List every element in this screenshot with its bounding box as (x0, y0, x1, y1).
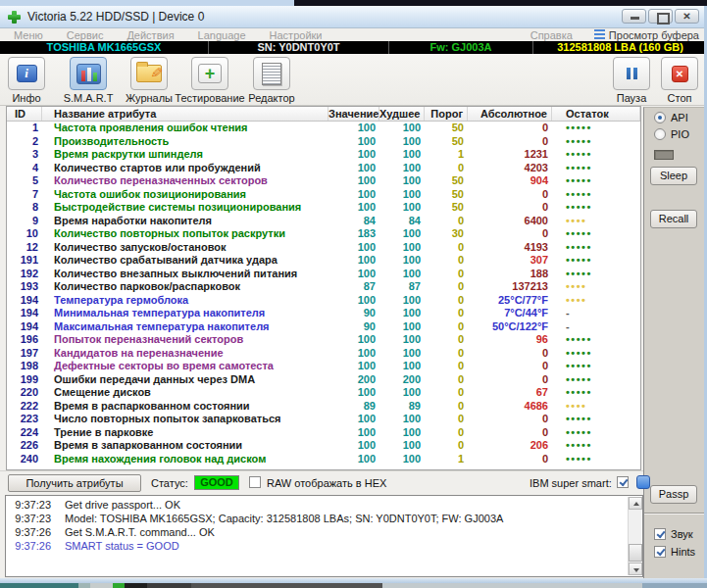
table-row[interactable]: 220Смещение дисков100100067••••• (7, 386, 640, 400)
table-row[interactable]: 12Количество запусков/остановок100100041… (7, 241, 640, 255)
table-row[interactable]: 3Время раскрутки шпинделя10010011231••••… (7, 148, 640, 162)
smart-tab-button[interactable]: S.M.A.R.T (61, 57, 116, 104)
table-row[interactable]: 226Время в запаркованном состоянии100100… (7, 439, 640, 453)
header-threshold[interactable]: Порог (425, 107, 468, 121)
log-panel: 9:37:23Get drive passport... OK9:37:23Mo… (5, 495, 643, 577)
table-row[interactable]: 192Количество внезапных выключений питан… (7, 268, 640, 281)
blue-square-button[interactable] (636, 475, 650, 489)
table-row[interactable]: 240Время нахождения головок над диском10… (7, 453, 640, 466)
table-cell: ••••• (552, 148, 640, 162)
header-value[interactable]: Значение (328, 107, 379, 121)
sound-checkbox[interactable] (654, 528, 666, 540)
log-scrollbar[interactable] (628, 497, 641, 575)
maximize-button[interactable] (648, 9, 673, 24)
table-cell: 1 (425, 148, 468, 162)
table-row[interactable]: 5Количество переназначенных секторов1001… (7, 174, 640, 188)
table-row[interactable]: 223Число повторных попыток запарковаться… (7, 413, 640, 426)
status-good-badge: GOOD (194, 475, 239, 490)
table-row[interactable]: 194Максимальная температура накопителя90… (7, 320, 640, 334)
table-cell: 100 (379, 453, 425, 466)
table-row[interactable]: 10Количество повторных попыток раскрутки… (7, 227, 640, 241)
close-button[interactable] (675, 9, 699, 24)
buffer-view-label: Просмотр буфера (609, 29, 699, 41)
ibm-super-smart-checkbox[interactable] (617, 476, 629, 488)
menu-item-service[interactable]: Сервис (67, 29, 104, 41)
header-worst[interactable]: Худшее (379, 107, 425, 121)
testing-button[interactable]: Тестирование (173, 57, 247, 104)
header-name[interactable]: Название атрибута (42, 107, 328, 121)
hints-checkbox[interactable] (654, 546, 666, 558)
pause-button[interactable]: Пауза (608, 57, 655, 104)
table-row[interactable]: 7Частота ошибок позиционирования10010050… (7, 188, 640, 202)
header-health[interactable]: Остаток (552, 107, 640, 121)
scroll-down-arrow-icon[interactable] (629, 563, 642, 575)
api-radio-row[interactable]: API (654, 112, 688, 123)
table-cell: •••• (552, 215, 640, 228)
scrollbar-thumb[interactable] (629, 544, 642, 562)
header-id[interactable]: ID (7, 107, 42, 121)
table-row[interactable]: 198Дефектные секторы во время самотеста1… (7, 360, 640, 373)
table-cell: Производительность (42, 135, 328, 149)
table-row[interactable]: 193Количество парковок/распарковок878701… (7, 280, 640, 294)
table-row[interactable]: 1Частота проявления ошибок чтения1001005… (7, 122, 640, 135)
table-cell: 307 (468, 254, 552, 268)
table-cell: ••••• (552, 413, 640, 426)
table-cell: Количество парковок/распарковок (42, 280, 328, 294)
table-cell: ••••• (552, 135, 640, 149)
table-cell: 10 (7, 227, 42, 241)
buffer-view-button[interactable]: Просмотр буфера (594, 29, 699, 41)
info-button[interactable]: Инфо (3, 57, 50, 104)
table-cell: 0 (425, 280, 468, 294)
minimize-button[interactable] (622, 9, 646, 24)
recall-button[interactable]: Recall (650, 210, 697, 228)
menu-item-actions[interactable]: Действия (126, 29, 174, 41)
table-cell: Количество срабатываний датчика удара (42, 254, 328, 268)
scroll-up-arrow-icon[interactable] (629, 497, 642, 510)
table-row[interactable]: 191Количество срабатываний датчика удара… (7, 254, 640, 268)
table-row[interactable]: 8Быстродействие системы позиционирования… (7, 201, 640, 215)
header-raw[interactable]: Абсолютное (468, 107, 552, 121)
passp-button[interactable]: Passp (650, 485, 697, 504)
table-cell: 100 (328, 386, 379, 400)
table-row[interactable]: 197Кандидатов на переназначение10010000•… (7, 347, 640, 361)
api-radio[interactable] (654, 112, 666, 123)
menu-item-menu[interactable]: Меню (14, 29, 43, 41)
toolbar: Инфо S.M.A.R.T Журналы Тестирование Реда… (0, 54, 707, 106)
table-row[interactable]: 199Ошибки передачи данных через DMA20020… (7, 373, 640, 387)
log-timestamp: 9:37:23 (6, 512, 51, 525)
green-plus-icon (198, 64, 222, 83)
table-row[interactable]: 222Время в распаркованном состоянии89890… (7, 400, 640, 414)
table-row[interactable]: 194Минимальная температура накопителя901… (7, 307, 640, 320)
table-cell: ••••• (552, 333, 640, 347)
table-row[interactable]: 4Количество стартов или пробуждений10010… (7, 162, 640, 175)
menu-item-settings[interactable]: Настройки (270, 29, 323, 41)
testing-label: Тестирование (175, 92, 244, 104)
stop-button[interactable]: Стоп (656, 57, 703, 104)
table-cell: 12 (7, 241, 42, 255)
menu-item-help[interactable]: Справка (530, 29, 573, 41)
table-cell: 100 (379, 241, 425, 255)
menu-item-language[interactable]: Language (198, 29, 246, 41)
table-cell: 0 (425, 360, 468, 373)
raw-hex-checkbox[interactable] (249, 476, 261, 488)
pio-radio-row[interactable]: PIO (654, 128, 689, 140)
table-row[interactable]: 194Температура гермоблока100100025°C/77°… (7, 294, 640, 308)
table-row[interactable]: 224Трение в парковке10010000••••• (7, 426, 640, 440)
pio-radio[interactable] (654, 128, 666, 140)
hints-checkbox-row[interactable]: Hints (654, 546, 695, 558)
log-entry: 9:37:26Get S.M.A.R.T. command... OK (6, 525, 627, 539)
device-model: TOSHIBA MK1665GSX (0, 41, 208, 54)
table-cell: 100 (379, 307, 425, 320)
journals-button[interactable]: Журналы (120, 57, 178, 104)
table-cell: 100 (328, 360, 379, 373)
table-row[interactable]: 9Время наработки накопителя848406400•••• (7, 215, 640, 228)
table-row[interactable]: 196Попыток переназначений секторов100100… (7, 333, 640, 347)
editor-button[interactable]: Редактор (241, 57, 302, 104)
table-cell: 4 (7, 162, 42, 175)
sound-checkbox-row[interactable]: Звук (654, 528, 693, 540)
journals-label: Журналы (126, 92, 173, 104)
get-smart-button[interactable]: Получить атрибуты SMART (8, 474, 141, 492)
table-row[interactable]: 2Производительность100100500••••• (7, 135, 640, 149)
sleep-button[interactable]: Sleep (650, 167, 697, 185)
table-cell: 0 (425, 386, 468, 400)
